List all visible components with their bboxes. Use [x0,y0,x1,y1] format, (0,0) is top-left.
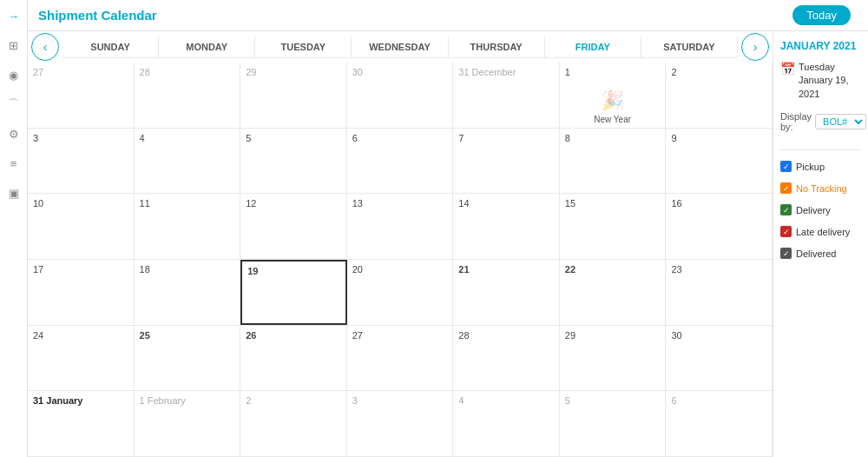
current-date-text: TuesdayJanuary 19, 2021 [799,61,861,101]
no-tracking-checkbox[interactable]: ✓ [780,182,792,194]
calendar-day-24[interactable]: 24 [28,326,135,391]
calendar: ‹ SUNDAY MONDAY TUESDAY WEDNESDAY THURSD… [28,31,773,457]
calendar-week-2: 3 4 5 6 7 8 9 [28,129,773,195]
display-by-label: Display by: [780,111,812,132]
calendar-day-15[interactable]: 15 [560,194,667,259]
calendar-day-4-feb[interactable]: 4 [453,391,560,456]
calendar-day-2-feb[interactable]: 2 [240,391,347,456]
calendar-day-14[interactable]: 14 [453,194,560,259]
calendar-week-6: 31 January 1 February 2 3 4 5 6 [28,391,773,457]
calendar-day-21[interactable]: 21 [453,260,560,325]
calendar-day-8[interactable]: 8 [560,129,667,194]
pickup-label: Pickup [796,162,825,172]
header-monday: MONDAY [159,36,255,58]
late-delivery-checkbox[interactable]: ✓ [780,226,792,237]
page-title: Shipment Calendar [38,8,157,23]
sidebar-icon-arrow[interactable]: → [5,7,23,24]
display-by-select[interactable]: BOL# PO# [815,114,866,129]
calendar-week-5: 24 25 26 27 28 29 30 [28,326,773,392]
legend-divider [780,149,861,150]
display-by-row: Display by: BOL# PO# [780,111,861,132]
delivered-checkbox[interactable]: ✓ [780,248,792,259]
prev-month-button[interactable]: ‹ [31,33,59,61]
calendar-day-30-dec[interactable]: 30 [347,63,454,128]
calendar-day-22[interactable]: 22 [560,260,667,325]
calendar-day-9[interactable]: 9 [666,129,773,194]
calendar-day-26[interactable]: 26 [240,326,347,391]
sidebar-icon-chart[interactable]: ⌒ [5,96,23,113]
sidebar-icon-doc[interactable]: ▣ [5,184,23,202]
calendar-day-23[interactable]: 23 [666,260,773,325]
calendar-header-row: SUNDAY MONDAY TUESDAY WEDNESDAY THURSDAY… [62,36,738,58]
sidebar-icon-list[interactable]: ≡ [5,155,23,172]
right-panel: JANUARY 2021 📅 TuesdayJanuary 19, 2021 D… [773,31,868,457]
calendar-day-4[interactable]: 4 [135,129,241,194]
delivery-checkbox[interactable]: ✓ [780,204,792,215]
content-area: ‹ SUNDAY MONDAY TUESDAY WEDNESDAY THURSD… [28,31,868,457]
calendar-day-2-jan[interactable]: 2 [666,63,773,128]
sidebar-icon-location[interactable]: ◉ [5,66,23,83]
calendar-week-4: 17 18 19 20 21 22 23 [28,260,773,326]
current-date-row: 📅 TuesdayJanuary 19, 2021 [780,61,861,101]
calendar-day-28[interactable]: 28 [453,326,560,391]
calendar-day-3-feb[interactable]: 3 [347,391,454,456]
pickup-checkbox[interactable]: ✓ [780,161,792,172]
late-delivery-label: Late delivery [796,227,850,237]
calendar-mini-icon: 📅 [780,62,795,76]
no-tracking-label: No Tracking [796,183,847,194]
calendar-day-13[interactable]: 13 [347,194,454,259]
header-saturday: SATURDAY [641,36,738,58]
legend-pickup[interactable]: ✓ Pickup [780,161,861,172]
calendar-day-31-dec[interactable]: 31 December [453,63,560,128]
calendar-nav: ‹ SUNDAY MONDAY TUESDAY WEDNESDAY THURSD… [28,31,773,63]
new-year-label: New Year [594,115,631,124]
calendar-week-3: 10 11 12 13 14 15 16 [28,194,773,260]
calendar-day-29-dec[interactable]: 29 [240,63,347,128]
header-friday: FRIDAY [545,36,641,58]
calendar-day-1-feb[interactable]: 1 February [135,391,241,456]
legend-delivered[interactable]: ✓ Delivered [780,248,861,259]
calendar-day-20[interactable]: 20 [347,260,454,325]
calendar-day-31-jan[interactable]: 31 January [28,391,135,456]
legend-delivery[interactable]: ✓ Delivery [780,204,861,215]
today-button[interactable]: Today [792,5,851,25]
calendar-day-30[interactable]: 30 [666,326,773,391]
calendar-day-10[interactable]: 10 [28,194,135,259]
calendar-day-1-jan[interactable]: 1 🎉 New Year [560,63,667,128]
legend-no-tracking[interactable]: ✓ No Tracking [780,182,861,194]
calendar-week-1: 27 28 29 30 31 December 1 🎉 New Year 2 [28,63,773,129]
calendar-grid: 27 28 29 30 31 December 1 🎉 New Year 2 3… [28,63,773,457]
calendar-day-6[interactable]: 6 [347,129,454,194]
main-area: Shipment Calendar Today ‹ SUNDAY MONDAY … [28,0,868,457]
calendar-day-29[interactable]: 29 [560,326,667,391]
calendar-day-3[interactable]: 3 [28,129,135,194]
calendar-day-27-dec[interactable]: 27 [28,63,135,128]
delivery-label: Delivery [796,205,831,215]
sidebar-icon-grid[interactable]: ⊞ [5,36,23,54]
header-thursday: THURSDAY [449,36,545,58]
month-year-label: JANUARY 2021 [780,40,861,52]
calendar-day-11[interactable]: 11 [135,194,241,259]
delivered-label: Delivered [796,248,836,259]
calendar-day-18[interactable]: 18 [135,260,241,325]
calendar-day-5[interactable]: 5 [240,129,347,194]
sidebar-icon-settings[interactable]: ⚙ [5,125,23,142]
header-sunday: SUNDAY [62,36,159,58]
calendar-day-16[interactable]: 16 [666,194,773,259]
calendar-day-6-feb[interactable]: 6 [666,391,773,456]
legend-late-delivery[interactable]: ✓ Late delivery [780,226,861,237]
calendar-day-28-dec[interactable]: 28 [135,63,241,128]
calendar-day-7[interactable]: 7 [453,129,560,194]
header-wednesday: WEDNESDAY [352,36,448,58]
next-month-button[interactable]: › [741,33,769,61]
calendar-day-25[interactable]: 25 [135,326,241,391]
calendar-day-5-feb[interactable]: 5 [560,391,667,456]
sidebar: → ⊞ ◉ ⌒ ⚙ ≡ ▣ [0,0,28,457]
calendar-day-19-today[interactable]: 19 [240,260,347,325]
calendar-day-17[interactable]: 17 [28,260,135,325]
calendar-day-27[interactable]: 27 [347,326,454,391]
calendar-day-12[interactable]: 12 [240,194,347,259]
header-tuesday: TUESDAY [255,36,352,58]
header: Shipment Calendar Today [28,0,868,31]
new-year-icon: 🎉 [601,89,624,112]
